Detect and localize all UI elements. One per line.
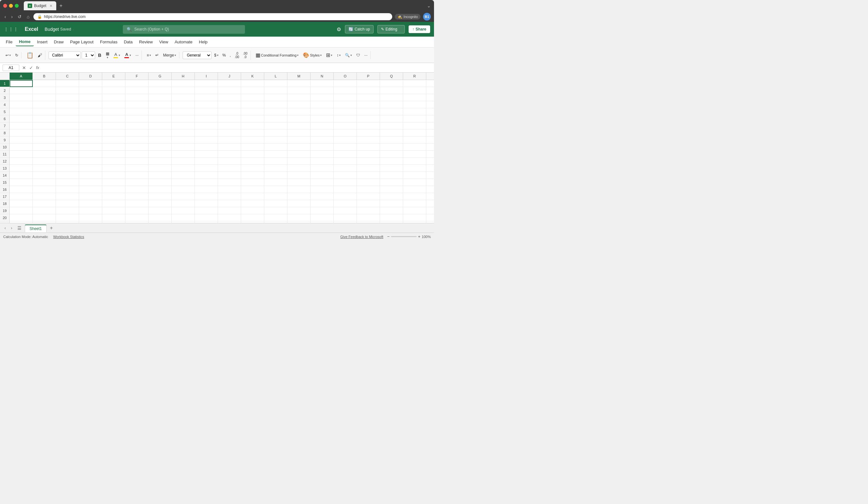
cell-Q6[interactable] [380, 115, 403, 123]
cell-D13[interactable] [79, 165, 102, 172]
new-tab-button[interactable]: + [58, 2, 64, 9]
redo-button[interactable]: ↻ [13, 52, 20, 59]
cell-R12[interactable] [403, 158, 426, 165]
cell-M11[interactable] [287, 151, 311, 158]
cell-H13[interactable] [172, 165, 195, 172]
cell-S13[interactable] [426, 165, 434, 172]
cell-A15[interactable] [10, 179, 33, 186]
cell-K5[interactable] [241, 108, 264, 115]
cell-E6[interactable] [102, 115, 125, 123]
decimal-increase-button[interactable]: .0.00 [233, 51, 241, 60]
comma-button[interactable]: , [228, 52, 232, 59]
cell-F19[interactable] [125, 207, 148, 214]
cell-G1[interactable] [148, 80, 172, 87]
row-number-10[interactable]: 10 [0, 144, 9, 151]
cell-C4[interactable] [56, 101, 79, 108]
cell-G20[interactable] [148, 214, 172, 221]
cell-J14[interactable] [218, 172, 241, 179]
cell-S4[interactable] [426, 101, 434, 108]
cell-Q18[interactable] [380, 200, 403, 207]
cell-C15[interactable] [56, 179, 79, 186]
cell-A11[interactable] [10, 151, 33, 158]
cell-D20[interactable] [79, 214, 102, 221]
cell-K7[interactable] [241, 123, 264, 129]
align-button[interactable]: ≡▾ [145, 52, 153, 59]
row-number-4[interactable]: 4 [0, 101, 9, 108]
font-more-button[interactable]: ··· [134, 52, 140, 59]
cell-J5[interactable] [218, 108, 241, 115]
cell-D14[interactable] [79, 172, 102, 179]
cell-M6[interactable] [287, 115, 311, 123]
row-number-5[interactable]: 5 [0, 108, 9, 115]
cell-G9[interactable] [148, 137, 172, 144]
cell-I9[interactable] [195, 137, 218, 144]
cell-L14[interactable] [264, 172, 287, 179]
cell-L19[interactable] [264, 207, 287, 214]
cell-O12[interactable] [334, 158, 357, 165]
cell-Q8[interactable] [380, 129, 403, 137]
row-number-17[interactable]: 17 [0, 193, 9, 200]
cell-R20[interactable] [403, 214, 426, 221]
cell-E20[interactable] [102, 214, 125, 221]
workbook-stats-label[interactable]: Workbook Statistics [53, 235, 84, 239]
cell-O16[interactable] [334, 186, 357, 193]
cell-O5[interactable] [334, 108, 357, 115]
cell-H2[interactable] [172, 87, 195, 94]
cell-F21[interactable] [125, 221, 148, 223]
cell-G16[interactable] [148, 186, 172, 193]
cell-S10[interactable] [426, 144, 434, 151]
cell-I19[interactable] [195, 207, 218, 214]
cell-C3[interactable] [56, 94, 79, 101]
cell-D10[interactable] [79, 144, 102, 151]
cell-B14[interactable] [33, 172, 56, 179]
cell-L3[interactable] [264, 94, 287, 101]
settings-icon-button[interactable]: ⚙ [337, 27, 341, 32]
cell-L12[interactable] [264, 158, 287, 165]
cell-Q13[interactable] [380, 165, 403, 172]
cell-H5[interactable] [172, 108, 195, 115]
col-header-M[interactable]: M [287, 73, 311, 80]
cell-J16[interactable] [218, 186, 241, 193]
sheet-tab-more[interactable]: ☰ [16, 224, 23, 232]
cell-N20[interactable] [311, 214, 334, 221]
cell-Q10[interactable] [380, 144, 403, 151]
cell-N19[interactable] [311, 207, 334, 214]
traffic-light-red[interactable] [3, 4, 7, 8]
cell-A8[interactable] [10, 129, 33, 137]
cell-reference-input[interactable]: A1 [2, 65, 19, 71]
cell-Q5[interactable] [380, 108, 403, 115]
cell-K1[interactable] [241, 80, 264, 87]
cell-Q3[interactable] [380, 94, 403, 101]
cell-I18[interactable] [195, 200, 218, 207]
cell-H10[interactable] [172, 144, 195, 151]
font-color-button[interactable]: A ▾ [123, 51, 133, 59]
cell-E5[interactable] [102, 108, 125, 115]
cell-P9[interactable] [357, 137, 380, 144]
cell-M7[interactable] [287, 123, 311, 129]
address-bar[interactable]: 🔒 https://onedrive.live.com [33, 13, 393, 20]
cell-H20[interactable] [172, 214, 195, 221]
cell-K16[interactable] [241, 186, 264, 193]
cell-J1[interactable] [218, 80, 241, 87]
cell-I3[interactable] [195, 94, 218, 101]
cell-F9[interactable] [125, 137, 148, 144]
merge-button[interactable]: Merge ▾ [162, 52, 178, 59]
cell-A4[interactable] [10, 101, 33, 108]
cell-K6[interactable] [241, 115, 264, 123]
cell-L15[interactable] [264, 179, 287, 186]
cell-S12[interactable] [426, 158, 434, 165]
cell-H12[interactable] [172, 158, 195, 165]
cell-H4[interactable] [172, 101, 195, 108]
cell-S9[interactable] [426, 137, 434, 144]
cell-R21[interactable] [403, 221, 426, 223]
cell-Q2[interactable] [380, 87, 403, 94]
cell-R2[interactable] [403, 87, 426, 94]
cell-E7[interactable] [102, 123, 125, 129]
cell-K10[interactable] [241, 144, 264, 151]
cell-C7[interactable] [56, 123, 79, 129]
cell-I10[interactable] [195, 144, 218, 151]
traffic-light-green[interactable] [15, 4, 19, 8]
cell-F3[interactable] [125, 94, 148, 101]
row-number-11[interactable]: 11 [0, 151, 9, 158]
cell-E2[interactable] [102, 87, 125, 94]
